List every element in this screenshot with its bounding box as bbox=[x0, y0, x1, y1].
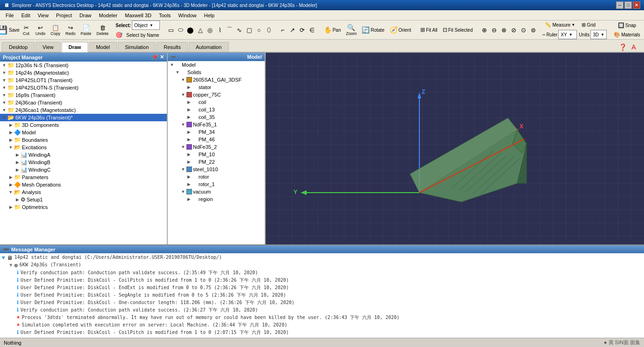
tree-expand-icon[interactable]: ▼ bbox=[1, 107, 7, 113]
select-dropdown[interactable]: Object ▼ bbox=[132, 21, 160, 30]
cut-button[interactable]: ✂ Cut bbox=[20, 22, 33, 37]
tree-expand-icon[interactable]: ▶ bbox=[14, 196, 21, 203]
draw-tool-4[interactable]: △ bbox=[196, 25, 205, 35]
model-expand-icon[interactable]: ▼ bbox=[169, 62, 175, 68]
draw-tool-3[interactable]: ⬤ bbox=[186, 25, 195, 35]
model-expand-icon[interactable]: ▼ bbox=[180, 91, 186, 98]
tree-expand-icon[interactable]: ▶ bbox=[14, 152, 21, 158]
close-button[interactable]: ✕ bbox=[633, 1, 640, 9]
model-expand-icon[interactable]: ▶ bbox=[185, 136, 192, 143]
tab-automation[interactable]: Automation bbox=[189, 42, 229, 52]
model-expand-icon[interactable]: ▼ bbox=[180, 121, 186, 128]
model-expand-icon[interactable]: ▼ bbox=[180, 188, 186, 195]
model-tree-item[interactable]: ▶coil_35 bbox=[168, 113, 265, 121]
model-expand-icon[interactable]: ▶ bbox=[185, 151, 192, 158]
tree-item[interactable]: ▶⚙Setup1 bbox=[0, 196, 167, 203]
bool-5[interactable]: ⊙ bbox=[519, 25, 528, 35]
model-tree-item[interactable]: ▼Solids bbox=[168, 69, 265, 76]
model-tree-item[interactable]: ▶region bbox=[168, 195, 265, 203]
model-expand-icon[interactable]: ▶ bbox=[185, 159, 192, 165]
materials-button[interactable]: 🎨 Materials bbox=[611, 30, 643, 39]
save-button[interactable]: 💾 Save bbox=[2, 22, 15, 37]
model-tree-item[interactable]: ▼Model bbox=[168, 61, 265, 69]
draw-tool-9[interactable]: ▢ bbox=[245, 25, 254, 35]
undo-button[interactable]: ↩ Undo bbox=[33, 22, 48, 37]
tree-expand-icon[interactable]: ▼ bbox=[1, 77, 7, 83]
orient-button[interactable]: 🧭 Orient bbox=[387, 22, 413, 37]
tree-expand-icon[interactable]: ▶ bbox=[7, 122, 14, 128]
bool-6[interactable]: ⊚ bbox=[528, 25, 538, 35]
tree-item[interactable]: ▼📁14p24s (Magnetostatic) bbox=[0, 69, 167, 76]
tree-item[interactable]: ▶📁Optimetrics bbox=[0, 203, 167, 211]
tab-draw[interactable]: Draw bbox=[62, 42, 88, 52]
tree-item[interactable]: ▶📊WindingC bbox=[0, 166, 167, 174]
grid-button[interactable]: ⊞ Grid bbox=[579, 21, 598, 29]
bool-2[interactable]: ⊖ bbox=[489, 25, 499, 35]
redo-button[interactable]: ↪ Redo bbox=[63, 22, 78, 37]
delete-button[interactable]: 🗑 Delete bbox=[94, 22, 111, 37]
menu-edit[interactable]: Edit bbox=[18, 12, 34, 19]
curve-tool-3[interactable]: ⟳ bbox=[298, 25, 307, 35]
tree-expand-icon[interactable]: ▼ bbox=[7, 189, 14, 195]
tree-item[interactable]: ▼📂6KW 24p36s (Transient)* bbox=[0, 114, 167, 121]
measure-button[interactable]: 📏 Measure ▼ bbox=[542, 21, 577, 29]
fit-all-button[interactable]: ⊞ Fit All bbox=[418, 22, 439, 37]
fit-selected-button[interactable]: ⊡ Fit Selected bbox=[440, 22, 475, 37]
menu-tools[interactable]: Tools bbox=[155, 12, 175, 19]
draw-tool-6[interactable]: ⌇ bbox=[215, 25, 225, 35]
menu-maxwell3d[interactable]: Maxwell 3D bbox=[121, 12, 155, 19]
model-expand-icon[interactable]: ▶ bbox=[185, 99, 192, 105]
snap-button[interactable]: 🔲 Snap bbox=[616, 21, 638, 29]
curve-tool-2[interactable]: ↗ bbox=[288, 25, 297, 35]
pin-button[interactable]: 📌 bbox=[151, 54, 158, 60]
tree-item[interactable]: ▶📁Boundaries bbox=[0, 136, 167, 144]
tree-item[interactable]: ▶📊WindingB bbox=[0, 159, 167, 166]
rotate-button[interactable]: 🔄 Rotate bbox=[359, 22, 386, 37]
model-tree-item[interactable]: ▶rotor_1 bbox=[168, 180, 265, 188]
pan-button[interactable]: ✋ Pan bbox=[322, 22, 343, 37]
curve-tool-4[interactable]: ∈ bbox=[308, 25, 317, 35]
tree-item[interactable]: ▶📁Parameters bbox=[0, 174, 167, 181]
model-tree-item[interactable]: ▶PM_10 bbox=[168, 151, 265, 158]
model-tree-item[interactable]: ▼steel_1010 bbox=[168, 166, 265, 173]
tree-item[interactable]: ▶🔷Model bbox=[0, 129, 167, 136]
tab-simulation[interactable]: Simulation bbox=[118, 42, 156, 52]
menu-draw[interactable]: Draw bbox=[76, 12, 96, 19]
bool-1[interactable]: ⊕ bbox=[480, 25, 489, 35]
bool-4[interactable]: ⊘ bbox=[509, 25, 518, 35]
tree-expand-icon[interactable]: ▶ bbox=[7, 129, 14, 136]
draw-tool-7[interactable]: ⌒ bbox=[225, 25, 234, 35]
model-tree-item[interactable]: ▶PM_22 bbox=[168, 158, 265, 166]
draw-tool-5[interactable]: ◎ bbox=[206, 25, 215, 35]
model-expand-icon[interactable]: ▼ bbox=[180, 76, 186, 83]
model-expand-icon[interactable]: ▼ bbox=[180, 144, 186, 150]
menu-view[interactable]: View bbox=[34, 12, 53, 19]
xy-dropdown[interactable]: XY ▼ bbox=[558, 30, 577, 39]
tree-expand-icon[interactable]: ▶ bbox=[7, 137, 14, 143]
model-tree-item[interactable]: ▶stator bbox=[168, 83, 265, 91]
help-icon[interactable]: ❓ bbox=[618, 42, 627, 52]
model-expand-icon[interactable]: ▶ bbox=[185, 129, 192, 135]
bool-3[interactable]: ⊗ bbox=[499, 25, 508, 35]
model-tree-item[interactable]: ▶rotor bbox=[168, 173, 265, 180]
draw-tool-11[interactable]: ⬯ bbox=[264, 25, 274, 35]
select-by-name-button[interactable]: Select by Name bbox=[124, 31, 162, 39]
tree-expand-icon[interactable]: ▼ bbox=[1, 84, 7, 91]
model-tree-item[interactable]: ▼2605SA1_GAI_3DSF bbox=[168, 76, 265, 83]
tree-item[interactable]: ▼📁24j36cao (Transient) bbox=[0, 99, 167, 106]
model-expand-icon[interactable]: ▶ bbox=[185, 174, 192, 180]
units-dropdown[interactable]: 3D ▼ bbox=[590, 30, 607, 39]
tab-desktop[interactable]: Desktop bbox=[2, 42, 34, 52]
model-tree-item[interactable]: ▶coil_13 bbox=[168, 106, 265, 113]
model-expand-icon[interactable]: ▼ bbox=[174, 69, 181, 76]
draw-tool-8[interactable]: ∿ bbox=[235, 25, 244, 35]
tree-item[interactable]: ▼📁14P42SLOTN-S (Transient) bbox=[0, 84, 167, 91]
model-expand-icon[interactable]: ▶ bbox=[185, 106, 192, 113]
tree-expand-icon[interactable]: ▼ bbox=[1, 92, 7, 98]
zoom-button[interactable]: 🔍 Zoom bbox=[343, 22, 359, 37]
paste-button[interactable]: 📄 Paste bbox=[78, 22, 94, 37]
menu-modeler[interactable]: Modeler bbox=[95, 12, 121, 19]
tree-item[interactable]: ▼📁16p9s (Transient) bbox=[0, 91, 167, 99]
tab-results[interactable]: Results bbox=[157, 42, 188, 52]
model-tree-item[interactable]: ▶coil bbox=[168, 98, 265, 106]
